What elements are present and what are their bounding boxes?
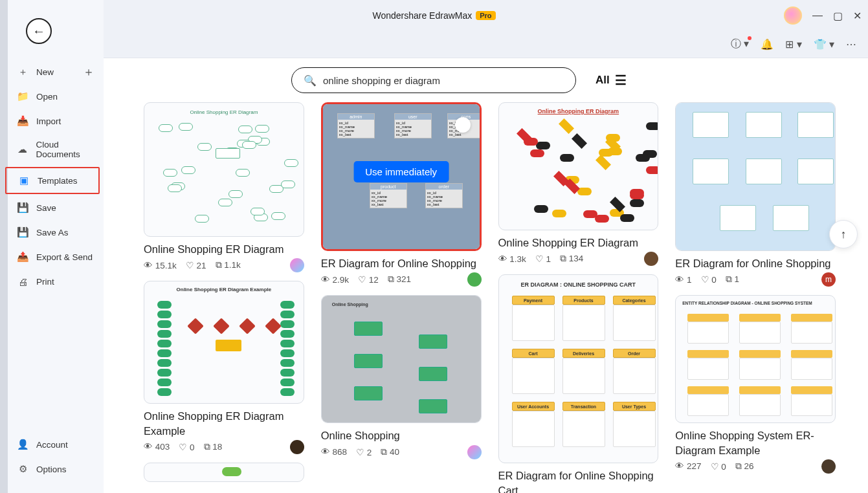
plus-icon[interactable]: ＋ (83, 64, 95, 80)
nav-account[interactable]: 👤Account (0, 432, 104, 457)
maximize-icon[interactable]: ▢ (833, 10, 843, 22)
bell-icon[interactable]: 🔔 (761, 38, 773, 50)
user-avatar-icon[interactable] (784, 6, 802, 25)
author-avatar-icon[interactable] (290, 258, 304, 272)
import-icon: 📥 (17, 115, 28, 127)
template-card[interactable]: Online Shopping ER DiagramOnline Shoppin… (498, 102, 659, 264)
author-avatar-icon[interactable] (467, 445, 482, 459)
pro-badge: Pro (476, 11, 495, 20)
save as-icon: 💾 (17, 226, 28, 238)
template-card[interactable]: Online Shopping ER Diagram ExampleOnline… (144, 281, 304, 452)
account-icon: 👤 (17, 439, 28, 450)
likes-count: ♡ 0 (701, 274, 717, 285)
template-thumbnail[interactable]: adminxx_idxx_namexx_morexx_lastuserxx_id… (321, 102, 482, 251)
views-count: 👁 1 (675, 275, 691, 285)
nav-new[interactable]: ＋New＋ (0, 60, 104, 84)
toolbar-icons: ⓘ ▾ 🔔 ⊞ ▾ 👕 ▾ ⋯ (0, 31, 868, 58)
options-icon: ⚙ (17, 463, 28, 475)
template-stats: 👁 1♡ 0⧉ 1m (675, 274, 836, 285)
nav-label: New (36, 67, 54, 77)
nav-label: Import (36, 116, 61, 126)
nav-print[interactable]: 🖨Print (0, 269, 104, 294)
apps-icon[interactable]: ⊞ ▾ (785, 38, 801, 50)
template-thumbnail[interactable] (675, 102, 836, 251)
template-thumbnail[interactable]: Online Shopping ER Diagram Example (144, 281, 304, 404)
author-avatar-icon[interactable] (467, 272, 482, 287)
template-title: Online Shopping System ER-Diagram Exampl… (675, 428, 836, 457)
copies-count: ⧉ 321 (388, 274, 411, 285)
template-card[interactable]: ENTITY RELATIONSHIP DIAGRAM - ONLINE SHO… (675, 295, 836, 472)
template-thumbnail[interactable] (144, 463, 304, 482)
author-avatar-icon[interactable]: m (821, 272, 836, 287)
nav-import[interactable]: 📥Import (0, 109, 104, 133)
sidebar: ← ＋New＋📁Open📥Import☁Cloud Documents▣Temp… (0, 0, 104, 493)
nav-export-send[interactable]: 📤Export & Send (0, 245, 104, 269)
author-avatar-icon[interactable] (821, 459, 836, 474)
author-avatar-icon[interactable] (290, 440, 304, 454)
back-button[interactable]: ← (26, 18, 52, 44)
nav-templates[interactable]: ▣Templates (5, 167, 100, 194)
nav-label: Account (36, 440, 68, 450)
template-card[interactable]: adminxx_idxx_namexx_morexx_lastuserxx_id… (321, 102, 482, 285)
search-row: 🔍 All ☰ (104, 58, 868, 102)
search-box[interactable]: 🔍 (291, 67, 576, 93)
filter-label: All (595, 74, 610, 87)
copies-count: ⧉ 40 (381, 447, 399, 457)
template-title: ER Diagram for Online Shopping (321, 256, 482, 270)
template-stats: 👁 2.9k♡ 12⧉ 321 (321, 274, 482, 285)
likes-count: ♡ 0 (711, 461, 726, 472)
nav-save[interactable]: 💾Save (0, 195, 104, 220)
minimize-icon[interactable]: — (812, 10, 823, 21)
nav-save-as[interactable]: 💾Save As (0, 220, 104, 245)
app-title: Wondershare EdrawMax (372, 10, 472, 21)
title-bar: Wondershare EdrawMax Pro — ▢ ✕ (0, 0, 868, 31)
template-card[interactable]: Online ShoppingOnline Shopping👁 868♡ 2⧉ … (321, 295, 482, 457)
nav-open[interactable]: 📁Open (0, 84, 104, 109)
template-title: Online Shopping ER Diagram (144, 242, 304, 256)
template-card[interactable]: ER DIAGRAM : ONLINE SHOPPING CARTPayment… (498, 274, 659, 493)
views-count: 👁 227 (675, 461, 701, 471)
template-title: ER Diagram for Online Shopping Cart (498, 468, 659, 493)
window-controls: — ▢ ✕ (784, 6, 862, 25)
nav-label: Save As (36, 228, 69, 237)
template-thumbnail[interactable]: ENTITY RELATIONSHIP DIAGRAM - ONLINE SHO… (675, 295, 836, 423)
template-card[interactable] (144, 463, 304, 482)
nav-options[interactable]: ⚙Options (0, 457, 104, 481)
likes-count: ♡ 21 (186, 260, 206, 270)
template-thumbnail[interactable]: Online Shopping (321, 295, 482, 423)
menu-icon: ☰ (615, 72, 627, 88)
print-icon: 🖨 (17, 276, 28, 287)
close-icon[interactable]: ✕ (853, 10, 862, 22)
template-thumbnail[interactable]: Online Shopping ER Diagram (144, 102, 304, 237)
views-count: 👁 868 (321, 447, 347, 457)
nav-label: Open (36, 92, 58, 102)
help-icon[interactable]: ⓘ ▾ (731, 38, 749, 51)
open-icon: 📁 (17, 91, 28, 102)
cloud documents-icon: ☁ (17, 144, 28, 155)
views-count: 👁 403 (144, 442, 170, 452)
content-area: 🔍 All ☰ Online Shopping ER DiagramOnline… (104, 58, 868, 493)
copies-count: ⧉ 134 (560, 254, 583, 264)
likes-count: ♡ 0 (179, 442, 194, 452)
template-stats: 👁 403♡ 0⧉ 18 (144, 442, 304, 452)
search-icon: 🔍 (304, 74, 317, 87)
template-stats: 👁 868♡ 2⧉ 40 (321, 447, 482, 457)
likes-count: ♡ 12 (358, 274, 379, 285)
nav-cloud-documents[interactable]: ☁Cloud Documents (0, 133, 104, 166)
template-card[interactable]: ER Diagram for Online Shopping👁 1♡ 0⧉ 1m (675, 102, 836, 285)
scroll-top-button[interactable]: ↑ (829, 220, 858, 248)
nav-label: Options (36, 465, 67, 474)
favorite-icon[interactable] (455, 117, 471, 133)
use-immediately-button[interactable]: Use immediately (353, 161, 449, 182)
author-avatar-icon[interactable] (644, 252, 658, 266)
filter-all[interactable]: All ☰ (595, 72, 627, 88)
template-thumbnail[interactable]: ER DIAGRAM : ONLINE SHOPPING CARTPayment… (498, 274, 659, 463)
nav-label: Templates (38, 176, 78, 186)
template-thumbnail[interactable]: Online Shopping ER Diagram (498, 102, 659, 230)
shirt-icon[interactable]: 👕 ▾ (814, 38, 834, 50)
more-icon[interactable]: ⋯ (846, 38, 856, 50)
search-input[interactable] (323, 75, 564, 86)
template-card[interactable]: Online Shopping ER DiagramOnline Shoppin… (144, 102, 304, 270)
likes-count: ♡ 2 (356, 447, 372, 457)
copies-count: ⧉ 1 (726, 274, 739, 285)
